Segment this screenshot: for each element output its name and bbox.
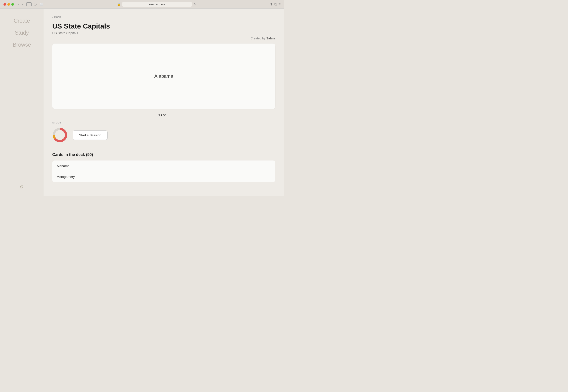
created-by-label: Created by <box>250 37 265 40</box>
deck-subtitle: US State Capitals <box>52 31 275 35</box>
card-row[interactable]: Montgomery <box>52 171 275 182</box>
donut-chart-svg <box>52 127 68 143</box>
address-bar[interactable] <box>122 2 192 7</box>
tabs-button[interactable]: ⧉ <box>274 2 277 6</box>
progress-donut <box>52 127 68 143</box>
pagination: 1 / 50 › <box>52 113 275 117</box>
page-current: 1 <box>158 113 160 117</box>
flashcard-word: Alabama <box>154 73 173 79</box>
page-info: 1 / 50 <box>158 113 166 117</box>
traffic-lights <box>3 3 14 6</box>
section-divider <box>52 148 275 148</box>
menu-button[interactable]: ≡ <box>278 2 280 6</box>
back-link-label: Back <box>54 15 61 19</box>
app-layout: Create Study Browse ⚙ ‹ Back US State Ca… <box>0 9 284 196</box>
minimize-button[interactable] <box>7 3 10 6</box>
sidebar-item-create[interactable]: Create <box>14 17 30 24</box>
page-total: 50 <box>163 113 166 117</box>
info-button[interactable]: ⓘ <box>34 3 38 6</box>
reload-button[interactable]: ↻ <box>194 3 196 6</box>
created-by: Created by Salma <box>52 37 275 40</box>
gear-icon[interactable]: ⚙ <box>20 184 24 189</box>
close-button[interactable] <box>3 3 6 6</box>
sidebar-nav: Create Study Browse <box>13 17 31 184</box>
page-separator: / <box>161 113 163 117</box>
start-session-button[interactable]: Start a Session <box>73 130 108 140</box>
study-area: Start a Session <box>52 127 275 143</box>
cards-section-title: Cards in the deck (50) <box>52 153 275 157</box>
back-link[interactable]: ‹ Back <box>52 15 275 19</box>
screenshot-button[interactable]: ⬜ <box>40 3 43 6</box>
cards-list: Alabama Montgomery <box>52 160 275 182</box>
deck-title: US State Capitals <box>52 22 275 30</box>
address-bar-container: 🔒 ↻ <box>45 2 268 7</box>
forward-nav-button[interactable]: › <box>21 2 24 7</box>
maximize-button[interactable] <box>11 3 14 6</box>
sidebar-toggle-button[interactable] <box>26 2 32 6</box>
browser-nav: ‹ › <box>17 2 24 7</box>
study-section-label: STUDY <box>52 121 275 124</box>
sidebar-item-study[interactable]: Study <box>15 29 29 36</box>
browser-chrome: ‹ › ⓘ ⬜ 🔒 ↻ ⬆ ⧉ ≡ <box>0 0 284 9</box>
back-nav-button[interactable]: ‹ <box>17 2 20 7</box>
sidebar-item-browse[interactable]: Browse <box>13 41 31 48</box>
flashcard[interactable]: Alabama <box>52 43 275 109</box>
next-card-button[interactable]: › <box>168 113 169 117</box>
share-button[interactable]: ⬆ <box>270 2 273 6</box>
card-row[interactable]: Alabama <box>52 160 275 171</box>
creator-name: Salma <box>266 37 275 40</box>
browser-actions: ⬆ ⧉ ≡ <box>270 2 280 6</box>
sidebar: Create Study Browse ⚙ <box>0 9 43 196</box>
main-content: ‹ Back US State Capitals US State Capita… <box>43 9 284 196</box>
back-arrow-icon: ‹ <box>52 15 53 19</box>
